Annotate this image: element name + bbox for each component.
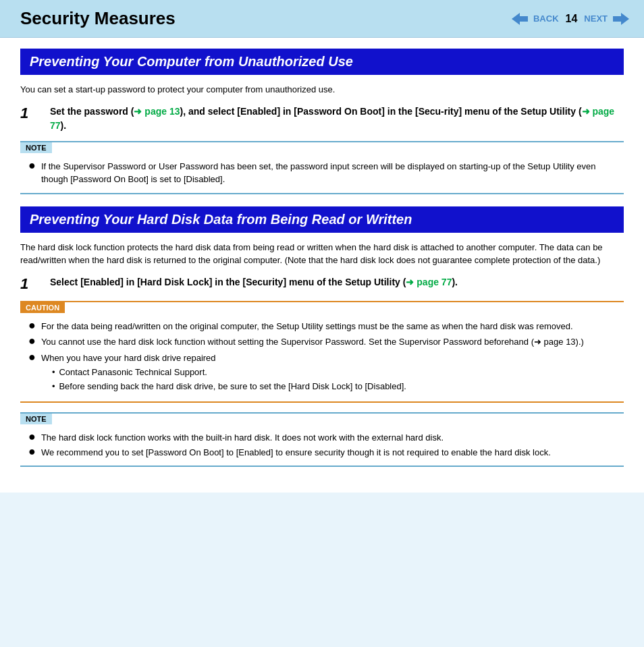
page-title: Security Measures [20, 8, 176, 29]
section1-step-prefix: Set the password ( [50, 106, 134, 117]
section2-step-prefix: Select [Enabled] in [Hard Disk Lock] in … [50, 277, 406, 287]
section2-link[interactable]: ➜ page 77 [406, 277, 452, 287]
page-number: 14 [566, 13, 578, 25]
nav-controls: BACK 14 NEXT [510, 11, 630, 26]
caution-bullet-3: ● [28, 351, 36, 364]
svg-rect-1 [518, 16, 528, 22]
caution-link[interactable]: ➜ page 13 [534, 337, 576, 347]
note2-text-1: The hard disk lock function works with t… [41, 431, 444, 445]
note2-text-2: We recommend you to set [Password On Boo… [41, 446, 551, 459]
next-label[interactable]: NEXT [584, 13, 608, 24]
next-arrow-icon[interactable] [612, 11, 630, 26]
note-box-1: NOTE ● If the Supervisor Password or Use… [20, 141, 624, 194]
back-arrow-icon[interactable] [510, 11, 529, 26]
caution-text-3: When you have your hard disk drive repai… [41, 351, 406, 394]
section1-heading: Preventing Your Computer from Unauthoriz… [20, 49, 624, 75]
section2-step-suffix: ). [452, 277, 458, 287]
section1-step-text: Set the password (➜ page 13), and select… [50, 105, 624, 133]
note2-label: NOTE [20, 414, 52, 424]
sub-bullet-1: • [52, 366, 55, 379]
section1-step-number: 1 [20, 105, 39, 122]
caution-bullet-1: ● [28, 319, 36, 333]
caution-text-1: For the data being read/written on the o… [41, 320, 573, 333]
note1-bullet: ● [28, 159, 36, 173]
note2-content: ● The hard disk lock function works with… [20, 428, 624, 466]
caution-content: ● For the data being read/written on the… [20, 317, 624, 402]
svg-rect-3 [613, 16, 622, 22]
sub-text-1: Contact Panasonic Technical Support. [59, 366, 207, 379]
section1-step1: 1 Set the password (➜ page 13), and sele… [20, 105, 624, 133]
section1-intro: You can set a start-up password to prote… [20, 83, 624, 96]
note1-content: ● If the Supervisor Password or User Pas… [20, 157, 624, 193]
caution-box: CAUTION ● For the data being read/writte… [20, 301, 624, 403]
note2-bullet-2: ● [28, 445, 36, 459]
caution-bullet-2: ● [28, 335, 36, 348]
note1-item: ● If the Supervisor Password or User Pas… [28, 160, 616, 186]
section2-step-text: Select [Enabled] in [Hard Disk Lock] in … [50, 275, 458, 289]
sub-text-2: Before sending back the hard disk drive,… [59, 380, 406, 393]
caution-sub-item-2: • Before sending back the hard disk driv… [52, 380, 406, 393]
caution-item2-suffix: ). [576, 337, 581, 347]
back-label[interactable]: BACK [533, 13, 559, 24]
caution-label: CAUTION [20, 302, 65, 313]
caution-item-3: ● When you have your hard disk drive rep… [28, 351, 616, 394]
section2-step-number: 1 [20, 275, 39, 293]
caution-text-2: You cannot use the hard disk lock functi… [41, 335, 584, 349]
note2-item-2: ● We recommend you to set [Password On B… [28, 446, 616, 459]
section1-step-mid: ), and select [Enabled] in [Password On … [180, 106, 582, 117]
content-wrapper: Preventing Your Computer from Unauthoriz… [0, 38, 644, 493]
note-box-2: NOTE ● The hard disk lock function works… [20, 412, 624, 467]
note2-bullet-1: ● [28, 430, 36, 444]
note1-text: If the Supervisor Password or User Passw… [41, 160, 616, 186]
section1-step-suffix: ). [61, 120, 67, 131]
page-header: Security Measures BACK 14 NEXT [0, 0, 644, 38]
caution-sub-list: • Contact Panasonic Technical Support. •… [52, 366, 406, 393]
section1-link1[interactable]: ➜ page 13 [134, 106, 180, 117]
section2-heading: Preventing Your Hard Disk Data from Bein… [20, 206, 624, 233]
sub-bullet-2: • [52, 380, 55, 393]
caution-item-2: ● You cannot use the hard disk lock func… [28, 335, 616, 349]
section2-step1: 1 Select [Enabled] in [Hard Disk Lock] i… [20, 275, 624, 293]
note2-item-1: ● The hard disk lock function works with… [28, 431, 616, 445]
note1-label: NOTE [20, 142, 52, 153]
section2-intro: The hard disk lock function protects the… [20, 241, 624, 267]
caution-item-1: ● For the data being read/written on the… [28, 320, 616, 333]
caution-sub-item-1: • Contact Panasonic Technical Support. [52, 366, 406, 379]
